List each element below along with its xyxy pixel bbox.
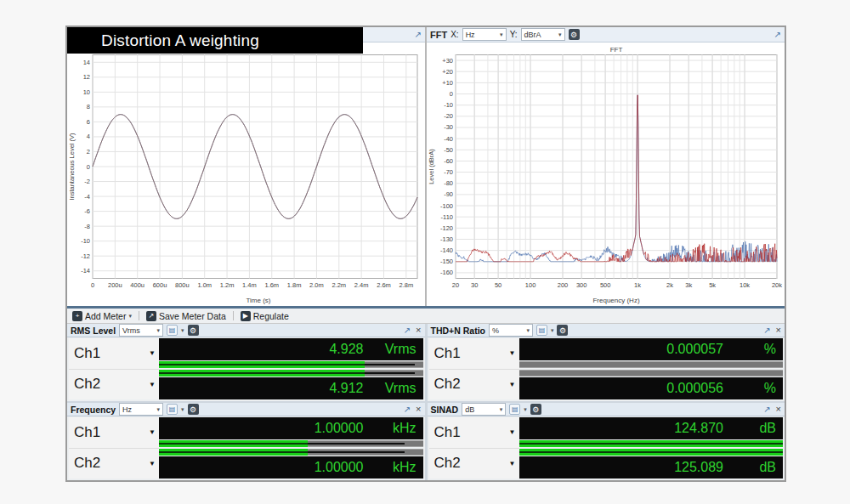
channel-label: Ch2	[74, 455, 100, 472]
fft-x-label: X:	[450, 30, 458, 39]
chevron-down-icon: ▾	[157, 406, 161, 413]
regulate-button[interactable]: ▶ Regulate	[239, 311, 291, 321]
channel-selector-ch2[interactable]: Ch2 ▼	[69, 448, 159, 479]
channel-selector-ch2[interactable]: Ch2 ▼	[69, 369, 159, 400]
unit-select[interactable]: Hz ▾	[119, 403, 163, 416]
meter-bars	[159, 439, 423, 456]
svg-text:2.2m: 2.2m	[332, 281, 346, 289]
channel-selector-ch2[interactable]: Ch2 ▼	[429, 369, 519, 400]
svg-text:50: 50	[495, 281, 502, 289]
popout-icon[interactable]: ↗	[774, 31, 781, 39]
fft-x-unit-select[interactable]: Hz ▾	[462, 28, 507, 41]
settings-icon[interactable]: ⚙	[530, 404, 541, 415]
unit-value: Hz	[122, 405, 132, 414]
meter-display-ch1: 0.000057 %	[519, 338, 784, 360]
svg-text:3k: 3k	[685, 281, 692, 289]
svg-text:20k: 20k	[772, 281, 782, 289]
popout-icon[interactable]: ↗	[404, 405, 411, 414]
meter-bars	[519, 360, 784, 377]
svg-text:0: 0	[87, 163, 90, 171]
chevron-down-icon: ▼	[509, 460, 516, 467]
close-icon[interactable]: ×	[414, 405, 421, 414]
meter-unit: Vrms	[364, 342, 423, 357]
bar-display-icon[interactable]: ▤	[167, 325, 178, 336]
fft-x-unit-value: Hz	[466, 31, 475, 39]
svg-text:Level (dBrA): Level (dBrA)	[428, 149, 435, 184]
meter-panel-frequency: Frequency Hz ▾ ▤ ▾ ⚙ ↗ × Ch1	[67, 403, 425, 480]
unit-select[interactable]: Vrms ▾	[119, 324, 163, 337]
chevron-down-icon: ▼	[509, 349, 516, 357]
popout-icon[interactable]: ↗	[763, 326, 770, 335]
meter-title: SINAD	[431, 405, 459, 415]
save-icon: ↗	[146, 311, 156, 321]
channel-selector-ch1[interactable]: Ch1 ▼	[429, 417, 519, 448]
svg-text:0: 0	[450, 90, 453, 98]
meter-unit: kHz	[364, 460, 423, 475]
svg-text:5k: 5k	[709, 281, 716, 289]
meter-body: Ch1 ▼ Ch2 ▼ 1.00000 kHz	[67, 416, 425, 480]
close-icon[interactable]: ×	[774, 326, 781, 335]
bar-display-icon[interactable]: ▤	[536, 325, 547, 336]
meters-grid: RMS Level Vrms ▾ ▤ ▾ ⚙ ↗ × Ch1	[67, 324, 785, 480]
toolbar-separator	[233, 311, 234, 320]
svg-text:FFT: FFT	[610, 46, 623, 54]
channel-selector-ch1[interactable]: Ch1 ▼	[69, 338, 159, 369]
meter-bars	[159, 360, 423, 377]
play-icon: ▶	[241, 311, 251, 321]
meter-display-ch2: 0.000056 %	[519, 377, 784, 399]
close-icon[interactable]: ×	[774, 405, 781, 414]
settings-icon[interactable]: ⚙	[557, 325, 568, 336]
channel-label: Ch1	[434, 424, 461, 441]
unit-select[interactable]: dB ▾	[462, 403, 506, 416]
chevron-down-icon: ▼	[149, 460, 156, 467]
svg-text:2: 2	[87, 148, 90, 156]
svg-text:+20: +20	[442, 68, 453, 76]
close-icon[interactable]: ×	[414, 326, 421, 335]
channel-selector-ch1[interactable]: Ch1 ▼	[69, 417, 159, 448]
meter-unit: dB	[723, 421, 783, 436]
bar-display-icon[interactable]: ▤	[509, 404, 520, 415]
toolbar-separator	[139, 311, 139, 320]
svg-text:600u: 600u	[153, 281, 167, 289]
svg-text:300: 300	[576, 281, 587, 289]
popout-icon[interactable]: ↗	[404, 326, 411, 335]
svg-text:0: 0	[91, 281, 94, 289]
fft-panel-header: FFT X: Hz ▾ Y: dBrA ▾ ⚙ ↗	[427, 27, 785, 42]
settings-icon[interactable]: ⚙	[188, 404, 199, 415]
settings-icon[interactable]: ⚙	[569, 29, 580, 40]
meter-body: Ch1 ▼ Ch2 ▼ 4.928 Vrms	[67, 337, 425, 401]
svg-text:2.8m: 2.8m	[399, 281, 413, 289]
svg-text:-10: -10	[81, 237, 90, 245]
channel-selector-ch1[interactable]: Ch1 ▼	[429, 338, 519, 369]
settings-icon[interactable]: ⚙	[188, 325, 199, 336]
save-meter-data-button[interactable]: ↗ Save Meter Data	[144, 311, 228, 321]
meter-unit: dB	[723, 460, 783, 475]
svg-text:200u: 200u	[108, 281, 122, 289]
chevron-down-icon: ▼	[509, 428, 516, 436]
popout-icon[interactable]: ↗	[415, 31, 422, 39]
unit-select[interactable]: % ▾	[489, 324, 533, 337]
channel-selector-ch2[interactable]: Ch2 ▼	[429, 448, 519, 479]
fft-panel: FFT X: Hz ▾ Y: dBrA ▾ ⚙ ↗ FFT+30+20+100-	[427, 27, 785, 306]
meter-title: THD+N Ratio	[431, 326, 485, 336]
svg-text:10k: 10k	[740, 281, 750, 289]
add-meter-button[interactable]: + Add Meter ▾	[71, 311, 133, 321]
meter-header: RMS Level Vrms ▾ ▤ ▾ ⚙ ↗ ×	[67, 324, 425, 337]
svg-text:-160: -160	[440, 269, 453, 276]
bar-display-icon[interactable]: ▤	[167, 404, 178, 415]
fft-y-unit-value: dBrA	[524, 31, 541, 39]
meter-title: Frequency	[71, 405, 116, 415]
svg-text:-140: -140	[440, 246, 453, 254]
svg-text:500: 500	[600, 281, 611, 289]
level-bar-ch2	[159, 449, 423, 456]
svg-text:-14: -14	[81, 267, 90, 275]
popout-icon[interactable]: ↗	[763, 405, 770, 414]
meter-value: 0.000056	[519, 381, 724, 396]
fft-y-unit-select[interactable]: dBrA ▾	[521, 28, 565, 41]
svg-text:-70: -70	[444, 168, 453, 176]
channel-label: Ch1	[434, 345, 461, 362]
meter-panel-thdn-ratio: THD+N Ratio % ▾ ▤ ▾ ⚙ ↗ × Ch1	[428, 324, 785, 401]
chevron-down-icon: ▾	[500, 31, 503, 38]
meter-panel-rms-level: RMS Level Vrms ▾ ▤ ▾ ⚙ ↗ × Ch1	[67, 324, 425, 401]
channel-label: Ch1	[74, 424, 100, 441]
